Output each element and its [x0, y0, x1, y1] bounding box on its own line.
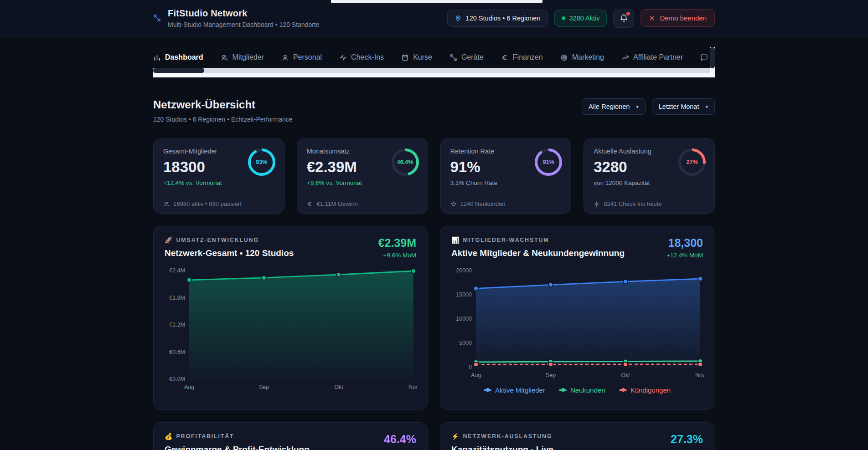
euro-icon [501, 54, 509, 61]
end-demo-label: Demo beenden [660, 14, 707, 22]
top-window-slit [331, 0, 542, 3]
tab-mitglieder[interactable]: Mitglieder [221, 53, 264, 61]
user-icon [281, 54, 289, 61]
chart-tag-label: UMSATZ-ENTWICKLUNG [176, 237, 258, 243]
tab-personal[interactable]: Personal [281, 53, 322, 61]
svg-text:Nov: Nov [695, 372, 704, 378]
users-icon [163, 201, 170, 207]
trending-up-icon [621, 54, 629, 61]
profitability-value: 46.4% [384, 433, 416, 446]
period-filter-value: Letzter Monat [659, 103, 699, 110]
utilization-card: ⚡ NETZWERK-AUSLASTUNG Kapazitätsnutzung … [440, 422, 714, 450]
revenue-chart-title: Netzwerk-Gesamt • 120 Studios [165, 248, 294, 258]
horizontal-scrollbar[interactable] [153, 68, 710, 73]
members-chart-tag: 📊 MITGLIEDER-WACHSTUM [451, 236, 625, 244]
tab-tickets[interactable]: Tickets [700, 53, 710, 61]
revenue-chart-delta: +9.6% MoM [378, 252, 416, 259]
dumbbell-icon [450, 54, 457, 61]
svg-text:Sep: Sep [259, 384, 269, 390]
location-pin-icon [455, 15, 462, 22]
chart-tag-label: PROFITABILITÄT [176, 433, 234, 440]
chart-legend: Aktive Mitglieder Neukunden Kündigungen [451, 386, 703, 394]
notifications-button[interactable] [613, 9, 634, 28]
svg-text:0: 0 [469, 364, 472, 370]
page-subtitle: 120 Studios • 6 Regionen • Echtzeit-Perf… [153, 116, 293, 123]
app-title: FitStudio Network [168, 8, 320, 19]
tab-label: Personal [293, 53, 322, 61]
revenue-chart-value: €2.39M [378, 236, 416, 250]
svg-text:Nov: Nov [408, 384, 417, 390]
svg-text:10000: 10000 [456, 316, 472, 322]
tab-label: Kurse [413, 53, 432, 61]
tab-label: Geräte [461, 53, 484, 61]
revenue-chart-tag: 🚀 UMSATZ-ENTWICKLUNG [165, 236, 294, 244]
kpi-footer-label: €1.11M Gewinn [317, 200, 358, 207]
brand: FitStudio Network Multi-Studio Managemen… [153, 8, 320, 28]
svg-text:Aug: Aug [184, 384, 194, 390]
kpi-delta: +12.4% vs. Vormonat [163, 179, 274, 186]
end-demo-button[interactable]: Demo beenden [641, 9, 715, 27]
chart-tag-label: NETZWERK-AUSLASTUNG [463, 433, 552, 440]
lightning-emoji-icon: ⚡ [451, 433, 459, 440]
members-line-chart: 20000150001000050000AugSepOktNov [451, 264, 703, 384]
tab-kurse[interactable]: Kurse [401, 53, 432, 61]
tab-check-ins[interactable]: Check-Ins [339, 53, 384, 61]
top-bar: FitStudio Network Multi-Studio Managemen… [0, 0, 868, 36]
revenue-chart-card: 🚀 UMSATZ-ENTWICKLUNG Netzwerk-Gesamt • 1… [153, 226, 428, 410]
horizontal-scrollbar-thumb[interactable] [153, 68, 204, 73]
vertical-scrollbar-thumb[interactable] [710, 47, 715, 68]
legend-label: Kündigungen [630, 386, 671, 394]
tab-label: Finanzen [513, 53, 543, 61]
profitability-title: Gewinnmarge & Profit-Entwicklung [165, 445, 310, 450]
ring-percent-label: 46.4% [397, 159, 413, 165]
kpi-footer: 16980 aktiv • 890 pausiert [163, 195, 274, 207]
utilization-value: 27.3% [671, 433, 703, 446]
kpi-footer-label: 16980 aktiv • 890 pausiert [173, 200, 242, 207]
period-filter-select[interactable]: Letzter Monat ▾ [652, 98, 715, 115]
kpi-footer: 8241 Check-Ins heute [594, 195, 705, 207]
tab-label: Check-Ins [351, 53, 384, 61]
tab-label: Marketing [572, 53, 604, 61]
tab-affiliate-partner[interactable]: Affiliate Partner [621, 53, 683, 61]
revenue-line-chart: €2.4M€1.8M€1.2M€0.6M€0.0MAugSepOktNov [165, 264, 416, 395]
green-status-dot [562, 16, 565, 20]
calendar-icon [401, 54, 409, 61]
page-title: Netzwerk-Übersicht [153, 98, 293, 111]
svg-text:€0.0M: €0.0M [169, 376, 185, 382]
kpi-delta: +9.6% vs. Vormonat [307, 179, 418, 186]
region-filter-select[interactable]: Alle Regionen ▾ [582, 98, 646, 115]
svg-text:€1.2M: €1.2M [169, 322, 185, 328]
tab-bar: Dashboard Mitglieder Personal Check-Ins … [153, 47, 710, 68]
legend-label: Neukunden [570, 386, 605, 394]
tab-dashboard[interactable]: Dashboard [153, 53, 203, 61]
tab-geraete[interactable]: Geräte [450, 53, 484, 61]
tab-label: Dashboard [165, 53, 203, 61]
line-dot-glyph [559, 389, 567, 391]
users-icon [221, 54, 228, 61]
active-members-label: 3280 Aktiv [569, 15, 600, 22]
members-chart-title: Aktive Mitglieder & Neukundengewinnung [451, 248, 625, 258]
zap-icon [594, 201, 600, 207]
rocket-emoji-icon: 🚀 [165, 236, 172, 244]
tab-finanzen[interactable]: Finanzen [501, 53, 543, 61]
svg-text:20000: 20000 [456, 267, 472, 274]
svg-text:€1.8M: €1.8M [169, 295, 185, 301]
svg-text:€0.6M: €0.6M [169, 349, 185, 355]
legend-aktive-mitglieder: Aktive Mitglieder [484, 386, 545, 394]
app-subtitle: Multi-Studio Management Dashboard • 120 … [168, 21, 320, 28]
dumbbell-logo-icon [153, 14, 161, 22]
svg-text:Okt: Okt [334, 384, 343, 390]
kpi-card-gesamt-mitglieder: Gesamt-Mitglieder 18300 +12.4% vs. Vormo… [153, 138, 284, 214]
kpi-ring: 27% [678, 148, 706, 176]
bar-chart-icon [153, 54, 161, 61]
tab-marketing[interactable]: Marketing [560, 53, 604, 61]
line-dot-glyph [484, 389, 491, 391]
target-icon [560, 54, 568, 61]
kpi-ring: 46.4% [392, 148, 419, 176]
vertical-scrollbar[interactable] [710, 47, 715, 77]
chevron-down-icon: ▾ [705, 104, 708, 110]
members-chart-card: 📊 MITGLIEDER-WACHSTUM Aktive Mitglieder … [440, 226, 714, 410]
chart-emoji-icon: 📊 [451, 236, 459, 244]
svg-text:Okt: Okt [621, 372, 630, 378]
ring-percent-label: 91% [543, 159, 554, 165]
